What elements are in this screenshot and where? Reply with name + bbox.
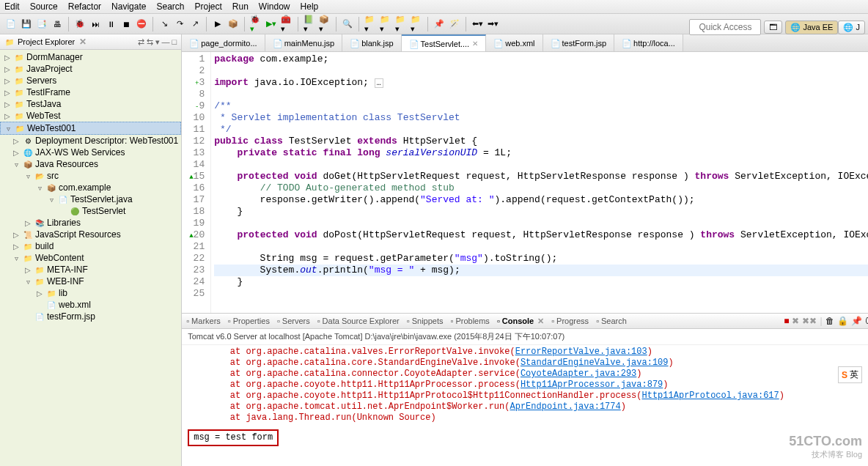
- tree-item-com-example[interactable]: ▿📦com.example: [0, 182, 181, 193]
- editor-tab-testform-jsp[interactable]: 📄testForm.jsp: [543, 34, 615, 51]
- clear-console-icon[interactable]: 🗑: [825, 316, 834, 326]
- wand-icon[interactable]: 🪄: [448, 18, 461, 31]
- save-icon[interactable]: 💾: [20, 18, 33, 31]
- menu-edit[interactable]: Edit: [4, 1, 20, 12]
- collapse-all-icon[interactable]: ⇄: [138, 37, 144, 47]
- new-class-icon[interactable]: 📗▾: [303, 18, 316, 31]
- back-icon[interactable]: ⬅▾: [471, 18, 484, 31]
- maximize-icon[interactable]: □: [172, 37, 177, 47]
- editor-tab-blank-jsp[interactable]: 📄blank.jsp: [342, 34, 401, 51]
- editor-tab-http-loca-[interactable]: 📄http://loca...: [614, 34, 683, 51]
- folder2-icon[interactable]: 📁▾: [379, 18, 392, 31]
- close-tab-icon[interactable]: ✕: [537, 317, 544, 326]
- code-editor[interactable]: 12+38-91011121314▲1516171819▲20212223242…: [182, 52, 868, 313]
- close-tab-icon[interactable]: ✕: [472, 40, 478, 48]
- fwd-icon[interactable]: ➡▾: [486, 18, 499, 31]
- tree-item-testservlet-java[interactable]: ▿📄TestServlet.java: [0, 193, 181, 205]
- tree-item-meta-inf[interactable]: ▷📁META-INF: [0, 264, 181, 275]
- bottom-tab-markers[interactable]: ▫Markers: [186, 317, 221, 325]
- menu-search[interactable]: Search: [156, 1, 184, 12]
- tree-item-webcontent[interactable]: ▿📁WebContent: [0, 252, 181, 264]
- twisty-icon[interactable]: ▿: [4, 125, 12, 133]
- twisty-icon[interactable]: ▷: [12, 137, 21, 145]
- twisty-icon[interactable]: ▷: [12, 231, 21, 239]
- terminate-icon[interactable]: ■: [784, 316, 789, 326]
- twisty-icon[interactable]: ▷: [3, 100, 12, 108]
- sogou-ime-widget[interactable]: S 英: [838, 366, 862, 383]
- bottom-tab-properties[interactable]: ▫Properties: [228, 317, 270, 325]
- twisty-icon[interactable]: ▿: [23, 278, 32, 286]
- step-into-icon[interactable]: ↘: [158, 18, 171, 31]
- tree-item-testservlet[interactable]: 🟢TestServlet: [0, 205, 181, 217]
- debug-icon[interactable]: 🐞: [73, 18, 87, 31]
- open-type-icon[interactable]: 🔍: [341, 18, 354, 31]
- pin-console-icon[interactable]: 📌: [851, 316, 862, 326]
- tree-item-servers[interactable]: ▷📁Servers: [0, 75, 181, 86]
- tree-item-java-resources[interactable]: ▿📦Java Resources: [0, 158, 181, 170]
- close-view-icon[interactable]: ✕: [79, 37, 87, 47]
- tree-item-javaproject[interactable]: ▷📁JavaProject: [0, 63, 181, 75]
- stack-link[interactable]: StandardEngineValve.java:109: [521, 358, 669, 368]
- folder3-icon[interactable]: 📁▾: [394, 18, 408, 31]
- tree-item-jax-ws-web-services[interactable]: ▷🌐JAX-WS Web Services: [0, 147, 181, 158]
- stack-link[interactable]: CoyoteAdapter.java:293: [521, 369, 636, 379]
- quick-access-input[interactable]: Quick Access: [689, 19, 761, 35]
- menu-run[interactable]: Run: [232, 1, 249, 12]
- tree-item-build[interactable]: ▷📁build: [0, 240, 181, 252]
- tree-item-libraries[interactable]: ▷📚Libraries: [0, 217, 181, 229]
- stack-link[interactable]: Http11AprProtocol.java:617: [642, 391, 779, 401]
- bottom-tab-progress[interactable]: ▫Progress: [551, 317, 589, 325]
- tree-item-web-xml[interactable]: 📄web.xml: [0, 299, 181, 311]
- editor-tab-mainmenu-jsp[interactable]: 📄mainMenu.jsp: [265, 34, 342, 51]
- tree-item-src[interactable]: ▿📂src: [0, 170, 181, 182]
- tree-item-webtest001[interactable]: ▿📁WebTest001: [0, 122, 181, 135]
- bottom-tab-console[interactable]: ▫Console ✕: [497, 317, 544, 326]
- twisty-icon[interactable]: ▷: [3, 89, 12, 97]
- folder1-icon[interactable]: 📁▾: [364, 18, 377, 31]
- bottom-tab-problems[interactable]: ▫Problems: [451, 317, 490, 325]
- bottom-tab-data-source-explorer[interactable]: ▫Data Source Explorer: [317, 317, 400, 325]
- scroll-lock-icon[interactable]: 🔒: [837, 316, 848, 326]
- bottom-tab-servers[interactable]: ▫Servers: [277, 317, 310, 325]
- tree-item-testform-jsp[interactable]: 📄testForm.jsp: [0, 311, 181, 322]
- menu-window[interactable]: Window: [259, 1, 290, 12]
- pause-icon[interactable]: ⏸: [104, 18, 117, 31]
- twisty-icon[interactable]: ▷: [23, 266, 32, 274]
- save-all-icon[interactable]: 📑: [35, 18, 48, 31]
- remove-launch-icon[interactable]: ✖: [792, 316, 799, 326]
- menu-source[interactable]: Source: [30, 1, 58, 12]
- menu-help[interactable]: Help: [301, 1, 319, 12]
- disconnect-icon[interactable]: ⛔: [135, 18, 148, 31]
- stack-link[interactable]: Http11AprProcessor.java:879: [521, 380, 663, 390]
- twisty-icon[interactable]: ▿: [47, 196, 56, 204]
- skip-icon[interactable]: ⏭: [89, 18, 102, 31]
- folder4-icon[interactable]: 📁▾: [410, 18, 423, 31]
- new-pkg-icon[interactable]: 📦▾: [318, 18, 331, 31]
- tree-item-testjava[interactable]: ▷📁TestJava: [0, 98, 181, 110]
- link-editor-icon[interactable]: ⇆: [147, 37, 153, 47]
- perspective-java-ee[interactable]: 🌐 Java EE: [785, 21, 838, 34]
- minimize-icon[interactable]: —: [162, 37, 170, 47]
- twisty-icon[interactable]: ▿: [23, 172, 32, 180]
- twisty-icon[interactable]: ▷: [23, 219, 32, 227]
- tree-item-webtest[interactable]: ▷📁WebTest: [0, 110, 181, 122]
- remove-all-icon[interactable]: ✖✖: [802, 316, 817, 326]
- editor-tab-testservlet-[interactable]: 📄TestServlet....✕: [402, 34, 487, 51]
- twisty-icon[interactable]: ▷: [3, 77, 12, 85]
- menu-project[interactable]: Project: [194, 1, 221, 12]
- open-perspective-icon[interactable]: 🗔: [764, 21, 782, 34]
- twisty-icon[interactable]: ▷: [3, 53, 12, 62]
- step-over-icon[interactable]: ↷: [173, 18, 186, 31]
- tree-item-deployment-descriptor-webtest001[interactable]: ▷⚙Deployment Descriptor: WebTest001: [0, 135, 181, 147]
- new-icon[interactable]: 📄: [4, 18, 18, 31]
- twisty-icon[interactable]: ▿: [12, 254, 21, 262]
- editor-tab-web-xml[interactable]: 📄web.xml: [486, 34, 542, 51]
- twisty-icon[interactable]: ▿: [35, 184, 44, 192]
- run-icon[interactable]: ▶▾: [265, 18, 278, 31]
- tree-item-dormmanager[interactable]: ▷📁DormManager: [0, 51, 181, 63]
- twisty-icon[interactable]: ▷: [35, 289, 44, 297]
- step-return-icon[interactable]: ↗: [188, 18, 202, 31]
- new-server-icon[interactable]: 📦: [227, 18, 240, 31]
- pin-icon[interactable]: 📌: [433, 18, 446, 31]
- perspective-j[interactable]: 🌐 J: [838, 21, 865, 34]
